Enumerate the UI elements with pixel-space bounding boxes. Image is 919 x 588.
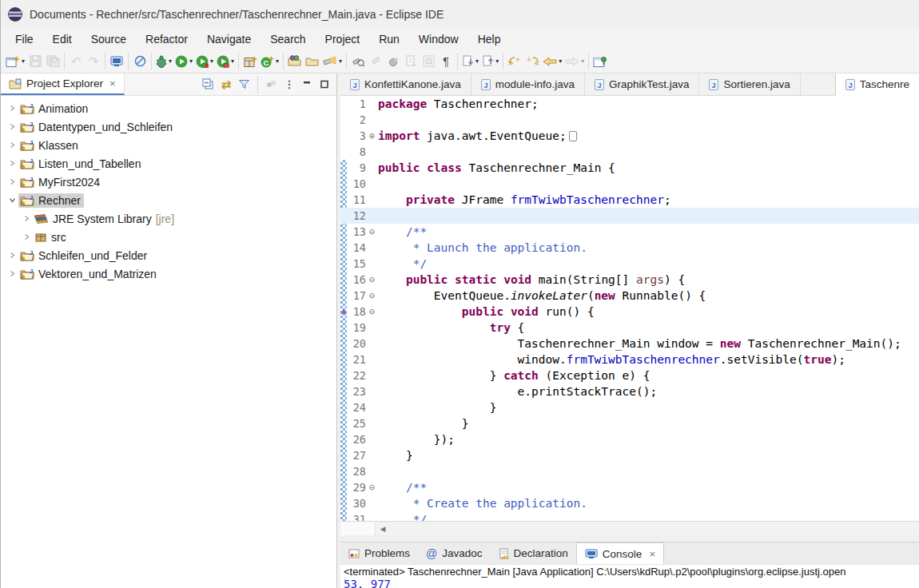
- toolbar-next-annotation-button[interactable]: ▾: [460, 52, 480, 71]
- toolbar-show-selected-element-button[interactable]: [420, 52, 437, 71]
- bottom-tab-console[interactable]: Console×: [576, 542, 664, 564]
- toolbar-open-resource-button[interactable]: [304, 52, 321, 71]
- toolbar-save-button[interactable]: [26, 52, 44, 71]
- close-icon[interactable]: ×: [649, 548, 655, 560]
- tree-item-Rechner[interactable]: JRechner: [1, 191, 336, 209]
- tree-item-Vektoren_und_Matrizen[interactable]: JVektoren_und_Matrizen: [1, 264, 336, 283]
- dropdown-arrow-icon[interactable]: ▾: [276, 58, 279, 65]
- menu-help[interactable]: Help: [468, 29, 511, 50]
- horizontal-scrollbar[interactable]: ◀: [340, 521, 919, 535]
- toolbar-run-button[interactable]: ▾: [173, 52, 194, 71]
- code-line-1[interactable]: 1package Taschenrechner;: [340, 96, 919, 112]
- toolbar-last-edit-location-button[interactable]: [506, 52, 523, 71]
- code-line-16[interactable]: 16⊖ public static void main(String[] arg…: [340, 272, 919, 288]
- code-line-25[interactable]: 25 }: [340, 415, 919, 431]
- toolbar-toggle-mark-occurrences-button[interactable]: [349, 52, 367, 71]
- code-line-29[interactable]: 29⊖ /**: [340, 479, 919, 495]
- code-line-21[interactable]: 21 window.frmTwiwbTaschenrechner.setVisi…: [340, 352, 919, 368]
- toolbar-externalize-strings-button[interactable]: [384, 52, 402, 71]
- chevron-collapsed-icon[interactable]: [6, 252, 18, 259]
- chevron-expanded-icon[interactable]: [6, 197, 18, 204]
- dropdown-arrow-icon[interactable]: ▾: [22, 58, 25, 65]
- toolbar-link-with-editor-toolbar-button[interactable]: [402, 52, 420, 71]
- fold-marker-icon[interactable]: ⊖: [366, 275, 378, 284]
- editor-tab-GraphikTest.java[interactable]: JGraphikTest.java: [585, 74, 700, 95]
- bottom-tab-problems[interactable]: Problems: [340, 542, 418, 564]
- bottom-tab-javadoc[interactable]: @Javadoc: [418, 542, 491, 564]
- fold-marker-icon[interactable]: ⊖: [366, 483, 378, 492]
- dropdown-arrow-icon[interactable]: ▾: [559, 58, 562, 65]
- explorer-view-menu-button[interactable]: ⋮: [282, 75, 296, 94]
- code-line-23[interactable]: 23 e.printStackTrace();: [340, 383, 919, 399]
- code-line-12[interactable]: 12: [340, 208, 919, 224]
- code-line-24[interactable]: 24 }: [340, 399, 919, 415]
- code-line-2[interactable]: 2: [340, 112, 919, 128]
- menu-refactor[interactable]: Refactor: [136, 29, 197, 50]
- menu-navigate[interactable]: Navigate: [197, 29, 261, 50]
- code-line-15[interactable]: 15 */: [340, 256, 919, 272]
- tree-item-src[interactable]: src: [1, 228, 336, 246]
- fold-marker-icon[interactable]: ⊖: [366, 307, 378, 316]
- code-line-28[interactable]: 28: [340, 463, 919, 479]
- dropdown-arrow-icon[interactable]: ▾: [339, 58, 342, 65]
- toolbar-show-whitespace-button[interactable]: ¶: [437, 52, 455, 71]
- chevron-collapsed-icon[interactable]: [6, 141, 18, 149]
- code-line-8[interactable]: 8: [340, 144, 919, 160]
- menu-edit[interactable]: Edit: [43, 29, 82, 50]
- toolbar-pin-editor-button[interactable]: [591, 52, 609, 71]
- code-line-18[interactable]: 18⊖ public void run() {: [340, 304, 919, 320]
- menu-search[interactable]: Search: [261, 29, 315, 50]
- close-icon[interactable]: ×: [109, 77, 116, 89]
- dropdown-arrow-icon[interactable]: ▾: [189, 58, 193, 65]
- dropdown-arrow-icon[interactable]: ▾: [210, 58, 213, 65]
- explorer-collapse-all-button[interactable]: [201, 75, 216, 94]
- toolbar-save-all-button[interactable]: [44, 52, 62, 71]
- dropdown-arrow-icon[interactable]: ▾: [231, 58, 234, 65]
- bottom-tab-declaration[interactable]: Declaration: [491, 542, 576, 564]
- tree-item-Animation[interactable]: JAnimation: [1, 99, 336, 117]
- collapsed-region-icon[interactable]: [569, 131, 577, 141]
- toolbar-forward-button[interactable]: ▾: [563, 52, 586, 71]
- toolbar-open-console-button[interactable]: [108, 52, 125, 71]
- editor-tab-module-info.java[interactable]: Jmodule-info.java: [471, 74, 585, 95]
- dropdown-arrow-icon[interactable]: ▾: [495, 58, 499, 65]
- code-line-20[interactable]: 20 Taschenrechner_Main window = new Tasc…: [340, 336, 919, 352]
- menu-run[interactable]: Run: [369, 29, 409, 50]
- code-editor[interactable]: 1package Taschenrechner;23⊕import java.a…: [340, 96, 919, 521]
- explorer-focus-button[interactable]: [264, 75, 279, 94]
- menu-window[interactable]: Window: [409, 29, 468, 50]
- chevron-collapsed-icon[interactable]: [6, 160, 18, 167]
- toolbar-search-button[interactable]: ▾: [321, 52, 344, 71]
- editor-tab-KonfettiKanone.java[interactable]: JKonfettiKanone.java: [340, 74, 471, 95]
- explorer-maximize-button[interactable]: [317, 75, 332, 94]
- tab-project-explorer[interactable]: Project Explorer ×: [1, 74, 125, 95]
- dropdown-arrow-icon[interactable]: ▾: [169, 58, 172, 65]
- toolbar-previous-annotation-button[interactable]: ▾: [480, 52, 500, 71]
- toolbar-open-type-button[interactable]: [286, 52, 304, 71]
- code-line-13[interactable]: 13⊖ /**: [340, 224, 919, 240]
- code-line-22[interactable]: 22 } catch (Exception e) {: [340, 368, 919, 383]
- tree-item-Klassen[interactable]: JKlassen: [1, 136, 336, 154]
- toolbar-new-wizard-button[interactable]: ▾: [4, 52, 26, 71]
- chevron-collapsed-icon[interactable]: [20, 233, 33, 240]
- menu-file[interactable]: File: [6, 29, 43, 50]
- chevron-collapsed-icon[interactable]: [6, 178, 18, 185]
- toolbar-skip-breakpoints-button[interactable]: [131, 52, 149, 71]
- code-line-11[interactable]: 11 private JFrame frmTwiwbTaschenrechner…: [340, 192, 919, 208]
- fold-marker-icon[interactable]: ⊕: [366, 131, 378, 141]
- toolbar-new-java-project-button[interactable]: [241, 52, 259, 71]
- toolbar-undo-button[interactable]: ↶: [67, 52, 85, 71]
- code-line-30[interactable]: 30 * Create the application.: [340, 495, 919, 511]
- fold-marker-icon[interactable]: ⊖: [366, 227, 378, 236]
- toolbar-back-button[interactable]: ▾: [541, 52, 563, 71]
- tree-item-Schleifen_und_Felder[interactable]: JSchleifen_und_Felder: [1, 246, 336, 264]
- dropdown-arrow-icon[interactable]: ▾: [475, 58, 479, 65]
- chevron-collapsed-icon[interactable]: [6, 105, 18, 112]
- code-line-9[interactable]: 9public class Taschenrechner_Main {: [340, 160, 919, 176]
- menu-project[interactable]: Project: [316, 29, 370, 50]
- scroll-left-arrow-icon[interactable]: ◀: [376, 522, 390, 535]
- code-line-27[interactable]: 27 }: [340, 447, 919, 463]
- chevron-collapsed-icon[interactable]: [20, 215, 33, 222]
- chevron-collapsed-icon[interactable]: [6, 270, 18, 277]
- toolbar-new-class-button[interactable]: C▾: [259, 52, 280, 71]
